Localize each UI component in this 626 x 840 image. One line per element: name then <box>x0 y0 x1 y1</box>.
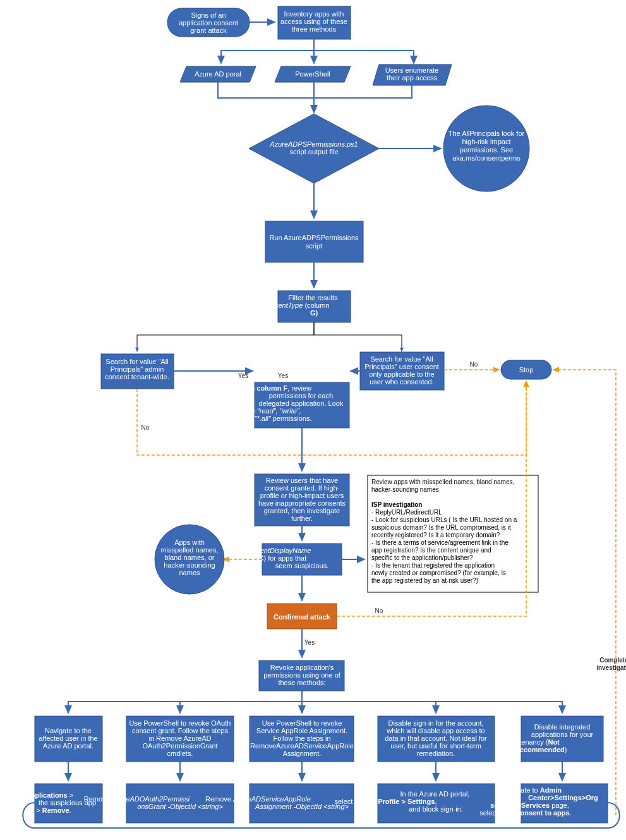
run-script-node: Run AzureADPSPermissionsscript <box>265 221 363 262</box>
review-users-node: Review users that haveconsent granted. I… <box>255 474 349 526</box>
svg-text:Yes: Yes <box>304 639 315 646</box>
svg-text:Stop: Stop <box>519 366 534 374</box>
m5b: Navigate to Admin Center>Settings>Org se… <box>479 784 608 823</box>
look-columnf-node: Look in column F, review permissions for… <box>225 382 349 428</box>
svg-text:No: No <box>375 607 383 614</box>
start-node: Signs of anapplication consentgrant atta… <box>167 8 250 37</box>
search-user-node: Search for value "AllPrincipals" user co… <box>360 352 444 390</box>
allprincipals-circle: The AllPrincipals look forhigh-risk impa… <box>443 106 529 192</box>
powershell-node: PowerShell <box>275 66 351 82</box>
azure-portal-node: Azure AD poral <box>180 66 256 82</box>
revoke-node: Revoke application'spermissions using on… <box>259 660 344 691</box>
inventory-node: Inventory apps withaccess using of these… <box>278 6 351 39</box>
flowchart: Signs of anapplication consentgrant atta… <box>0 0 626 840</box>
confirmed-attack-node: Confirmed attack <box>267 604 337 629</box>
search-admin-node: Search for value "AllPrincipals" adminco… <box>101 354 174 389</box>
m1: Navigate to theaffected user in theAzure… <box>35 716 102 762</box>
svg-text:PowerShell: PowerShell <box>295 70 330 78</box>
svg-text:Yes: Yes <box>238 372 248 379</box>
svg-text:Completed: Completed <box>599 657 626 664</box>
m4: Disable sign-in for the account,which wi… <box>378 716 495 762</box>
svg-text:No: No <box>141 424 150 431</box>
svg-text:Azure AD poral: Azure AD poral <box>195 70 241 78</box>
stop-node: Stop <box>501 360 551 379</box>
svg-text:investigation: investigation <box>596 664 626 671</box>
m4b: In the Azure AD portal, select User > Pr… <box>334 784 495 823</box>
m2: Use PowerShell to revoke OAuthconsent gr… <box>126 716 234 762</box>
svg-text:Confirmed attack: Confirmed attack <box>274 613 331 621</box>
filter-results-node: Filter the results on ConsentType (colum… <box>252 291 351 322</box>
m1b: Select Applications > the suspicious app… <box>4 784 102 823</box>
svg-text:Search for value "AllPrincipal: Search for value "AllPrincipals" adminco… <box>105 358 169 380</box>
svg-text:Users enumeratetheir app acces: Users enumeratetheir app access <box>385 66 438 82</box>
note-box: Review apps with misspelled names, bland… <box>368 475 538 592</box>
svg-text:Navigate to theaffected user i: Navigate to theaffected user in theAzure… <box>39 727 97 750</box>
users-enum-node: Users enumeratetheir app access <box>373 64 452 85</box>
script-decision: AzureADPSPermissions.ps1script output fi… <box>249 114 379 183</box>
m5: Disable integratedapplications for yourt… <box>517 716 603 762</box>
m2b: Remove AzureADOAuth2Permissi onsGrant -O… <box>84 784 234 823</box>
apps-circle: Apps withmisspelled names,bland names, o… <box>155 525 224 594</box>
svg-text:Yes: Yes <box>278 372 288 379</box>
svg-text:Search for value "AllPrincipal: Search for value "AllPrincipals" user co… <box>364 355 439 386</box>
svg-text:No: No <box>470 361 478 368</box>
m3: Use PowerShell to revokeService AppRole … <box>250 716 354 762</box>
